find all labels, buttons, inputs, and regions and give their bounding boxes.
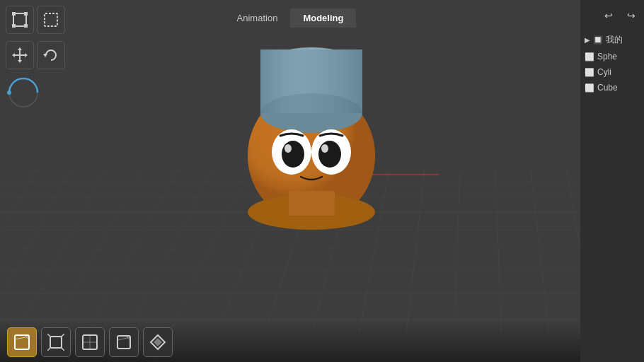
sphere-item[interactable]: ⬜ Sphe xyxy=(583,49,641,64)
scene-icon: 🔲 xyxy=(593,35,603,45)
expand-arrow-icon: ▶ xyxy=(585,36,590,44)
sphere-label: Sphe xyxy=(597,52,617,62)
undo-button[interactable]: ↩ xyxy=(599,6,619,25)
scene-canvas xyxy=(0,0,580,362)
view-btn-4[interactable] xyxy=(109,327,139,357)
move-tool[interactable] xyxy=(6,41,34,69)
cube-icon-sphere: ⬜ xyxy=(585,52,594,62)
shading-btn[interactable] xyxy=(143,327,173,357)
tab-group: Animation Modeling xyxy=(224,8,357,28)
svg-point-37 xyxy=(318,141,341,168)
marquee-select-tool[interactable] xyxy=(37,6,65,34)
cube-icon-cylinder: ⬜ xyxy=(585,68,594,77)
svg-point-39 xyxy=(321,144,328,153)
svg-rect-33 xyxy=(260,49,362,113)
svg-marker-50 xyxy=(18,47,22,50)
svg-rect-43 xyxy=(12,12,16,16)
svg-line-63 xyxy=(47,348,50,351)
svg-marker-54 xyxy=(43,54,47,57)
tab-modeling[interactable]: Modeling xyxy=(290,8,356,28)
cylinder-item[interactable]: ⬜ Cyli xyxy=(583,64,641,80)
svg-rect-47 xyxy=(45,13,57,26)
cylinder-label: Cyli xyxy=(597,67,611,77)
svg-marker-53 xyxy=(25,53,28,57)
svg-line-62 xyxy=(62,334,64,337)
svg-marker-52 xyxy=(12,53,15,57)
svg-point-36 xyxy=(282,141,304,168)
svg-rect-46 xyxy=(24,24,28,28)
3d-viewport[interactable]: Animation Modeling xyxy=(0,0,580,362)
view-btn-1[interactable] xyxy=(7,327,37,357)
section-label: 我的 xyxy=(606,34,623,46)
rotation-indicator xyxy=(6,75,41,110)
right-panel: ↩ ↪ ▶ 🔲 我的 ⬜ Sphe ⬜ Cyli ⬜ Cube xyxy=(580,0,644,362)
rotate-tool[interactable] xyxy=(37,41,65,69)
left-toolbar xyxy=(6,6,65,110)
view-btn-3[interactable] xyxy=(75,327,105,357)
svg-rect-41 xyxy=(289,191,335,216)
tab-animation[interactable]: Animation xyxy=(224,8,291,28)
select-box-tool[interactable] xyxy=(6,6,34,34)
view-btn-2[interactable] xyxy=(41,327,71,357)
panel-top-icons: ↩ ↪ xyxy=(583,6,641,25)
cube-item[interactable]: ⬜ Cube xyxy=(583,80,641,95)
svg-rect-45 xyxy=(12,24,16,28)
svg-rect-44 xyxy=(24,12,28,16)
svg-point-38 xyxy=(284,144,292,153)
redo-button[interactable]: ↪ xyxy=(621,6,641,25)
cube-icon-cube: ⬜ xyxy=(585,83,594,93)
svg-point-56 xyxy=(7,90,11,95)
svg-marker-72 xyxy=(154,338,162,346)
cube-label: Cube xyxy=(597,83,618,93)
bottom-toolbar xyxy=(0,322,580,362)
scene-section-header[interactable]: ▶ 🔲 我的 xyxy=(583,31,641,49)
svg-line-61 xyxy=(47,334,50,337)
svg-line-64 xyxy=(62,348,64,351)
svg-rect-60 xyxy=(50,337,62,348)
svg-marker-51 xyxy=(18,60,22,63)
